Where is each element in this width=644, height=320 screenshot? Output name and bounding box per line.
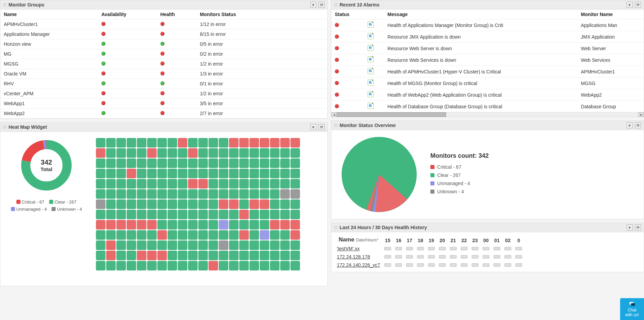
drag-handle-icon[interactable] (3, 3, 6, 6)
heatmap-cell[interactable] (116, 240, 126, 250)
heatmap-cell[interactable] (116, 261, 126, 270)
heatmap-cell[interactable] (127, 210, 136, 219)
heatmap-cell[interactable] (178, 199, 187, 209)
heatmap-cell[interactable] (260, 220, 269, 229)
heatmap-cell[interactable] (198, 169, 208, 178)
heatmap-cell[interactable] (147, 240, 157, 250)
heatmap-cell[interactable] (188, 230, 198, 240)
heatmap-cell[interactable] (188, 240, 198, 250)
heatmap-cell[interactable] (219, 148, 228, 158)
heatmap-cell[interactable] (127, 251, 136, 260)
table-row[interactable]: RHV0/1 in error (0, 79, 327, 89)
heatmap-cell[interactable] (127, 240, 136, 250)
heatmap-cell[interactable] (178, 220, 187, 229)
heatmap-cell[interactable] (188, 220, 198, 229)
cell-goto[interactable] (364, 89, 384, 101)
heatmap-cell[interactable] (96, 158, 105, 168)
heatmap-cell[interactable] (178, 179, 187, 189)
heatmap-cell[interactable] (178, 240, 187, 250)
heatmap-cell[interactable] (106, 179, 116, 189)
heatmap-cell[interactable] (209, 158, 218, 168)
table-row[interactable]: Health of Database Group (Database Group… (331, 101, 644, 112)
heatmap-cell[interactable] (157, 179, 167, 189)
heatmap-cell[interactable] (209, 240, 218, 250)
heatmap-cell[interactable] (127, 230, 136, 240)
heatmap-cell[interactable] (290, 199, 300, 209)
heatmap-cell[interactable] (147, 230, 157, 240)
heatmap-cell[interactable] (209, 261, 218, 270)
table-row[interactable]: WebApp13/5 in error (0, 99, 327, 109)
widget-header[interactable]: Monitor Groups ▾ ⟳ (0, 0, 327, 10)
heatmap-cell[interactable] (127, 148, 136, 158)
heatmap-cell[interactable] (168, 220, 177, 229)
refresh-icon[interactable]: ⟳ (635, 224, 641, 231)
heatmap-cell[interactable] (239, 210, 249, 219)
heatmap-cell[interactable] (229, 261, 239, 270)
heatmap-cell[interactable] (198, 261, 208, 270)
heatmap-cell[interactable] (147, 251, 157, 260)
heatmap-cell[interactable] (239, 179, 249, 189)
heatmap-cell[interactable] (209, 138, 218, 148)
dropdown-icon[interactable]: ▾ (310, 124, 316, 130)
table-row[interactable]: Horizon view0/5 in error (0, 39, 327, 49)
heatmap-cell[interactable] (290, 230, 300, 240)
heatmap-cell[interactable] (219, 179, 228, 189)
heatmap-cell[interactable] (188, 169, 198, 178)
heatmap-grid[interactable] (96, 138, 320, 271)
heatmap-cell[interactable] (219, 138, 228, 148)
heatmap-cell[interactable] (168, 189, 177, 199)
cell-message[interactable]: Resource Web Services is down (384, 54, 577, 66)
heatmap-cell[interactable] (168, 169, 177, 178)
heatmap-cell[interactable] (127, 169, 136, 178)
goto-icon[interactable] (368, 80, 374, 86)
heatmap-cell[interactable] (137, 240, 146, 250)
heatmap-cell[interactable] (229, 199, 239, 209)
heatmap-cell[interactable] (229, 158, 239, 168)
heatmap-cell[interactable] (178, 148, 187, 158)
heatmap-cell[interactable] (137, 158, 146, 168)
cell-goto[interactable] (364, 43, 384, 54)
heatmap-cell[interactable] (178, 230, 187, 240)
heatmap-cell[interactable] (188, 199, 198, 209)
heatmap-cell[interactable] (239, 199, 249, 209)
heatmap-cell[interactable] (209, 210, 218, 219)
goto-icon[interactable] (368, 33, 374, 39)
widget-header[interactable]: Monitor Status Overview ▾ ⟳ (331, 121, 644, 130)
heatmap-cell[interactable] (96, 261, 105, 270)
heatmap-cell[interactable] (290, 251, 300, 260)
heatmap-cell[interactable] (106, 251, 116, 260)
heatmap-cell[interactable] (280, 158, 290, 168)
widget-header[interactable]: Last 24 Hours / 30 Days Health History ▾… (331, 223, 644, 232)
heatmap-cell[interactable] (270, 158, 280, 168)
heatmap-cell[interactable] (137, 148, 146, 158)
heatmap-cell[interactable] (168, 251, 177, 260)
heatmap-cell[interactable] (147, 189, 157, 199)
heatmap-cell[interactable] (209, 199, 218, 209)
heatmap-cell[interactable] (209, 189, 218, 199)
heatmap-cell[interactable] (270, 169, 280, 178)
heatmap-cell[interactable] (219, 158, 228, 168)
heatmap-cell[interactable] (116, 169, 126, 178)
heatmap-cell[interactable] (198, 230, 208, 240)
heatmap-cell[interactable] (147, 179, 157, 189)
table-row[interactable]: Oracle VM1/3 in error (0, 69, 327, 79)
heatmap-cell[interactable] (260, 189, 269, 199)
heatmap-cell[interactable] (137, 199, 146, 209)
refresh-icon[interactable]: ⟳ (635, 2, 641, 8)
heatmap-cell[interactable] (290, 158, 300, 168)
heatmap-cell[interactable] (239, 169, 249, 178)
heatmap-cell[interactable] (249, 230, 259, 240)
dropdown-icon[interactable]: ▾ (627, 2, 633, 8)
table-row[interactable]: vCenter_APM1/2 in error (0, 89, 327, 99)
heatmap-cell[interactable] (157, 158, 167, 168)
heatmap-cell[interactable] (260, 179, 269, 189)
heatmap-cell[interactable] (280, 199, 290, 209)
heatmap-cell[interactable] (280, 179, 290, 189)
heatmap-cell[interactable] (209, 169, 218, 178)
heatmap-cell[interactable] (249, 261, 259, 270)
heatmap-cell[interactable] (147, 199, 157, 209)
table-row[interactable]: Resource Web Services is downWeb Service… (331, 54, 644, 66)
heatmap-cell[interactable] (137, 138, 146, 148)
cell-message[interactable]: Health of Applications Manager (Monitor … (384, 19, 577, 31)
heatmap-cell[interactable] (249, 210, 259, 219)
